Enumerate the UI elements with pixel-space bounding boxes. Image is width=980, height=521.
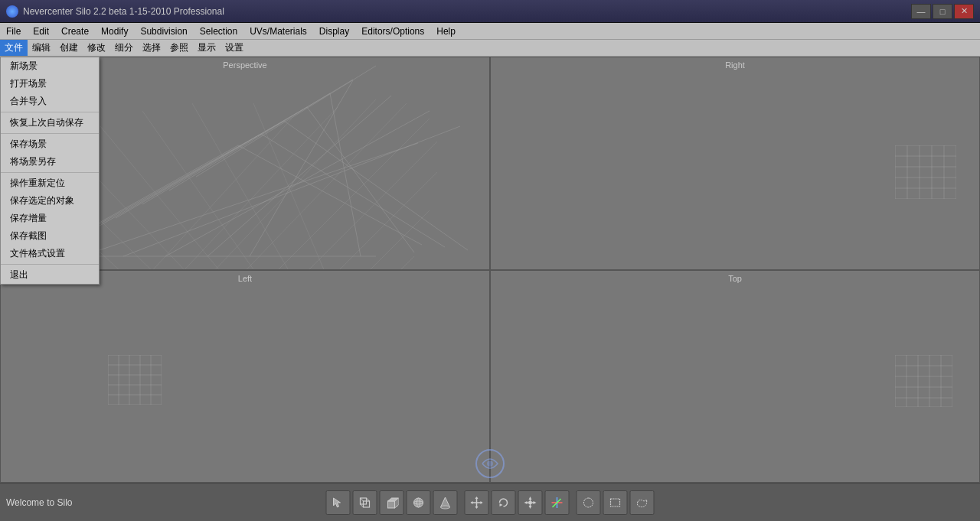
svg-point-72	[414, 498, 423, 507]
viewport-left-label: Left	[238, 274, 252, 283]
dropdown-save-screenshot[interactable]: 保存截图	[1, 227, 99, 245]
svg-line-17	[307, 107, 414, 252]
move-button[interactable]	[465, 490, 489, 515]
viewport-left[interactable]: Left	[0, 270, 490, 484]
menu-bar-chinese: 文件 编辑 创建 修改 细分 选择 参照 显示 设置 新场景 打开场景 合并导入…	[0, 40, 980, 57]
svg-line-6	[169, 80, 353, 190]
rotate-button[interactable]	[492, 490, 516, 515]
app-icon	[6, 5, 18, 18]
menu-file-en[interactable]: File	[0, 23, 27, 39]
svg-line-15	[261, 134, 445, 247]
menu-subdivision-cn[interactable]: 细分	[110, 40, 138, 56]
menu-settings-cn[interactable]: 设置	[220, 40, 248, 56]
viewport-right[interactable]: Right	[490, 57, 980, 270]
svg-line-26	[338, 210, 430, 269]
rect-select-button[interactable]	[603, 490, 628, 515]
svg-line-32	[100, 126, 246, 269]
menu-reference-cn[interactable]: 参照	[165, 40, 193, 56]
menu-modify-en[interactable]: Modify	[95, 23, 134, 39]
svg-line-7	[196, 66, 376, 177]
svg-line-22	[215, 103, 407, 269]
svg-marker-89	[524, 501, 528, 504]
transform-button[interactable]	[545, 490, 570, 515]
scale-button[interactable]	[518, 490, 543, 515]
svg-line-20	[154, 107, 338, 269]
title-text: Nevercenter Silo 2.2 beta 1-15-2010 Prof…	[23, 6, 224, 17]
dropdown-save-scene[interactable]: 保存场景	[1, 135, 99, 153]
menu-display-cn[interactable]: 显示	[193, 40, 220, 56]
dropdown-save-selected[interactable]: 保存选定的对象	[1, 192, 99, 210]
svg-line-12	[207, 96, 391, 256]
dropdown-reposition[interactable]: 操作重新定位	[1, 174, 99, 192]
svg-marker-63	[334, 498, 341, 507]
title-bar: Nevercenter Silo 2.2 beta 1-15-2010 Prof…	[0, 0, 980, 23]
title-left: Nevercenter Silo 2.2 beta 1-15-2010 Prof…	[6, 5, 224, 18]
maximize-button[interactable]: □	[933, 4, 952, 19]
dropdown-sep-2	[1, 133, 99, 134]
svg-line-14	[238, 145, 422, 245]
svg-line-24	[276, 142, 437, 269]
viewport-right-label: Right	[725, 60, 745, 70]
svg-marker-83	[500, 503, 503, 506]
lasso-select-button[interactable]	[577, 490, 601, 515]
dropdown-open-scene[interactable]: 打开场景	[1, 75, 99, 93]
status-bar: Welcome to Silo	[6, 497, 72, 508]
menu-file-cn[interactable]: 文件	[0, 40, 28, 56]
dropdown-file-format[interactable]: 文件格式设置	[1, 245, 99, 262]
dropdown-exit[interactable]: 退出	[1, 266, 99, 284]
svg-rect-69	[388, 501, 395, 508]
svg-marker-80	[475, 506, 479, 509]
file-dropdown: 新场景 打开场景 合并导入 恢复上次自动保存 保存场景 将场景另存 操作重新定位…	[0, 57, 100, 285]
free-select-button[interactable]	[630, 490, 655, 515]
svg-line-23	[246, 119, 430, 269]
sphere-button[interactable]	[407, 490, 431, 515]
svg-rect-86	[529, 501, 532, 504]
menu-uvs-en[interactable]: UVs/Materials	[243, 23, 313, 39]
menu-create-cn[interactable]: 创建	[55, 40, 83, 56]
menu-modify-cn[interactable]: 修改	[83, 40, 110, 56]
right-small-grid	[895, 145, 956, 199]
dropdown-save-increment[interactable]: 保存增量	[1, 210, 99, 227]
top-small-grid	[895, 355, 952, 407]
menu-create-en[interactable]: Create	[55, 23, 95, 39]
cone-button[interactable]	[433, 490, 458, 515]
svg-line-11	[165, 111, 430, 256]
dropdown-sep-1	[1, 112, 99, 112]
menu-edit-en[interactable]: Edit	[27, 23, 55, 39]
svg-line-5	[142, 93, 330, 204]
svg-marker-88	[529, 506, 532, 509]
svg-marker-90	[534, 501, 537, 504]
svg-rect-36	[895, 145, 956, 199]
svg-marker-87	[529, 497, 532, 500]
menu-subdivision-en[interactable]: Subdivision	[134, 23, 193, 39]
minimize-button[interactable]: —	[911, 4, 931, 19]
title-controls[interactable]: — □ ✕	[911, 4, 974, 19]
svg-rect-54	[895, 355, 952, 407]
menu-display-en[interactable]: Display	[313, 23, 355, 39]
menu-editors-en[interactable]: Editors/Options	[355, 23, 430, 39]
toolbar-buttons	[326, 490, 655, 515]
menu-bar-english: File Edit Create Modify Subdivision Sele…	[0, 23, 980, 40]
viewport-top[interactable]: Top	[490, 270, 980, 484]
svg-line-10	[123, 126, 460, 256]
menu-selection-en[interactable]: Selection	[194, 23, 243, 39]
dropdown-save-as[interactable]: 将场景另存	[1, 153, 99, 171]
dropdown-sep-4	[1, 264, 99, 265]
menu-selection-cn[interactable]: 选择	[138, 40, 165, 56]
menu-help-en[interactable]: Help	[430, 23, 462, 39]
svg-marker-79	[475, 497, 479, 499]
viewport-top-label: Top	[728, 274, 742, 283]
menu-edit-cn[interactable]: 编辑	[28, 40, 55, 56]
close-button[interactable]: ✕	[954, 4, 974, 19]
bottom-toolbar: Welcome to Silo	[0, 483, 980, 521]
extrude-button[interactable]	[353, 490, 377, 515]
dropdown-restore-autosave[interactable]: 恢复上次自动保存	[1, 114, 99, 132]
svg-marker-82	[481, 501, 483, 504]
svg-rect-94	[611, 499, 620, 506]
dropdown-new-scene[interactable]: 新场景	[1, 57, 99, 75]
select-move-button[interactable]	[326, 490, 351, 515]
viewport-area: Perspective	[0, 57, 980, 483]
dropdown-merge-import[interactable]: 合并导入	[1, 93, 99, 110]
svg-point-76	[441, 506, 450, 509]
cube-button[interactable]	[380, 490, 404, 515]
